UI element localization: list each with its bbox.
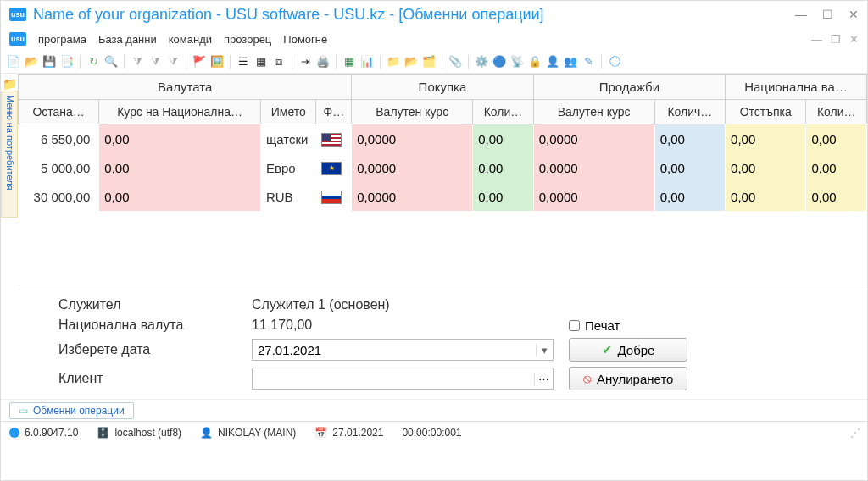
cell-name[interactable]: щатски	[260, 124, 316, 154]
cell-qty2[interactable]: 0,00	[806, 124, 867, 154]
image-icon[interactable]: 🖼️	[209, 54, 225, 69]
rss-icon[interactable]: 📡	[509, 54, 525, 69]
tab-exchange[interactable]: ▭ Обменни операции	[9, 402, 134, 419]
cell-flag[interactable]	[316, 182, 352, 211]
cell-discount[interactable]: 0,00	[726, 124, 806, 154]
table-row[interactable]: 30 000,000,00RUB0,00000,000,00000,000,00…	[19, 182, 867, 211]
cell-remain[interactable]: 30 000,00	[19, 182, 99, 211]
filter2-icon[interactable]: ⧩	[147, 54, 163, 69]
tree-icon[interactable]: ⧈	[271, 54, 287, 69]
print-icon[interactable]: 🖨️	[315, 54, 331, 69]
col-group-sell[interactable]: Продажби	[533, 75, 725, 100]
cell-remain[interactable]: 5 000,00	[19, 153, 99, 182]
cell-name[interactable]: Евро	[260, 153, 316, 182]
cell-buy-rate[interactable]: 0,0000	[352, 182, 473, 211]
col-rate-nat[interactable]: Курс на Национална…	[99, 100, 261, 124]
cell-buy-rate[interactable]: 0,0000	[352, 124, 473, 154]
ok-button[interactable]: ✔ Добре	[569, 338, 687, 362]
menu-window[interactable]: прозорец	[224, 33, 271, 46]
child-minimize-button[interactable]: —	[811, 33, 822, 46]
cell-flag[interactable]	[316, 153, 352, 182]
date-combo[interactable]: 27.01.2021 ▾	[252, 339, 554, 361]
flag-icon[interactable]: 🚩	[192, 54, 207, 69]
menu-help[interactable]: Помогне	[283, 33, 327, 46]
cell-rate-nat[interactable]: 0,00	[99, 124, 261, 154]
browse-icon[interactable]: ⋯	[534, 373, 553, 385]
cell-buy-qty[interactable]: 0,00	[473, 153, 533, 182]
col-buy-qty[interactable]: Коли…	[473, 100, 533, 124]
open-icon[interactable]: 📂	[24, 54, 39, 69]
print-checkbox-input[interactable]	[569, 320, 580, 331]
col-sell-rate[interactable]: Валутен курс	[533, 100, 654, 124]
user-menu-tab[interactable]: Меню на потребителя	[1, 91, 18, 218]
child-close-button[interactable]: ✕	[849, 33, 859, 46]
search-icon[interactable]: 🔍	[103, 54, 119, 69]
cell-rate-nat[interactable]: 0,00	[99, 182, 261, 211]
cell-sell-qty[interactable]: 0,00	[654, 124, 725, 154]
cell-sell-qty[interactable]: 0,00	[654, 182, 725, 211]
save-icon[interactable]: 💾	[42, 54, 57, 69]
cell-name[interactable]: RUB	[260, 182, 316, 211]
settings-icon[interactable]: ⚙️	[474, 54, 489, 69]
close-button[interactable]: ✕	[849, 8, 859, 21]
col-qty2[interactable]: Коли…	[806, 100, 867, 124]
cell-sell-rate[interactable]: 0,0000	[533, 182, 654, 211]
menu-program[interactable]: програма	[38, 33, 86, 46]
menu-commands[interactable]: команди	[169, 33, 212, 46]
folder-open-icon[interactable]: 📂	[403, 54, 419, 69]
export-icon[interactable]: ⇥	[298, 54, 313, 69]
user-icon[interactable]: 👤	[545, 54, 560, 69]
users-icon[interactable]: 👥	[563, 54, 578, 69]
client-input[interactable]: ⋯	[252, 368, 554, 390]
cell-qty2[interactable]: 0,00	[806, 182, 867, 211]
currency-grid[interactable]: Валутата Покупка Продажби Национална ва……	[18, 74, 867, 211]
cell-qty2[interactable]: 0,00	[806, 153, 867, 182]
col-remain[interactable]: Остана…	[19, 100, 99, 124]
color-icon[interactable]: 🔵	[492, 54, 507, 69]
cell-buy-qty[interactable]: 0,00	[473, 124, 533, 154]
cell-flag[interactable]	[316, 124, 352, 154]
magic-icon[interactable]: ✎	[581, 54, 596, 69]
attach-icon[interactable]: 📎	[448, 54, 463, 69]
cancel-button[interactable]: ⦸ Анулирането	[569, 367, 687, 390]
col-discount[interactable]: Отстъпка	[726, 100, 806, 124]
table-row[interactable]: 5 000,000,00Евро0,00000,000,00000,000,00…	[19, 153, 867, 182]
cell-buy-rate[interactable]: 0,0000	[352, 153, 473, 182]
copy-icon[interactable]: 📑	[59, 54, 75, 69]
cell-remain[interactable]: 6 550,00	[19, 124, 99, 154]
print-checkbox[interactable]: Печат	[569, 318, 620, 333]
folder-close-icon[interactable]: 🗂️	[421, 54, 437, 69]
child-restore-button[interactable]: ❐	[831, 33, 841, 46]
cell-discount[interactable]: 0,00	[726, 153, 806, 182]
maximize-button[interactable]: ☐	[822, 8, 833, 21]
menu-database[interactable]: База данни	[98, 33, 157, 46]
col-group-natcur[interactable]: Национална ва…	[726, 75, 867, 100]
col-sell-qty[interactable]: Колич…	[654, 100, 725, 124]
info-icon[interactable]: ⓘ	[607, 54, 622, 69]
card-icon[interactable]: ▦	[253, 54, 269, 69]
cell-rate-nat[interactable]: 0,00	[99, 153, 261, 182]
col-group-buy[interactable]: Покупка	[352, 75, 533, 100]
cell-discount[interactable]: 0,00	[726, 182, 806, 211]
list-icon[interactable]: ☰	[236, 54, 251, 69]
lock-icon[interactable]: 🔒	[527, 54, 542, 69]
col-name[interactable]: Името	[260, 100, 316, 124]
cell-sell-rate[interactable]: 0,0000	[533, 124, 654, 154]
filter-icon[interactable]: ⧩	[130, 54, 145, 69]
col-group-currency[interactable]: Валутата	[19, 75, 352, 100]
col-flag[interactable]: Ф…	[316, 100, 352, 124]
chart-icon[interactable]: 📊	[359, 54, 375, 69]
table-row[interactable]: 6 550,000,00щатски0,00000,000,00000,000,…	[19, 124, 867, 154]
cell-sell-rate[interactable]: 0,0000	[533, 153, 654, 182]
cell-buy-qty[interactable]: 0,00	[473, 182, 533, 211]
cell-sell-qty[interactable]: 0,00	[654, 153, 725, 182]
refresh-icon[interactable]: ↻	[86, 54, 101, 69]
resize-grip-icon[interactable]: ⋰	[850, 427, 859, 439]
col-buy-rate[interactable]: Валутен курс	[352, 100, 473, 124]
filter3-icon[interactable]: ⧩	[165, 54, 181, 69]
folder-new-icon[interactable]: 📁	[386, 54, 401, 69]
dropdown-icon[interactable]: ▾	[536, 344, 553, 357]
new-icon[interactable]: 📄	[6, 54, 21, 69]
excel-icon[interactable]: ▦	[342, 54, 357, 69]
minimize-button[interactable]: —	[795, 8, 807, 21]
